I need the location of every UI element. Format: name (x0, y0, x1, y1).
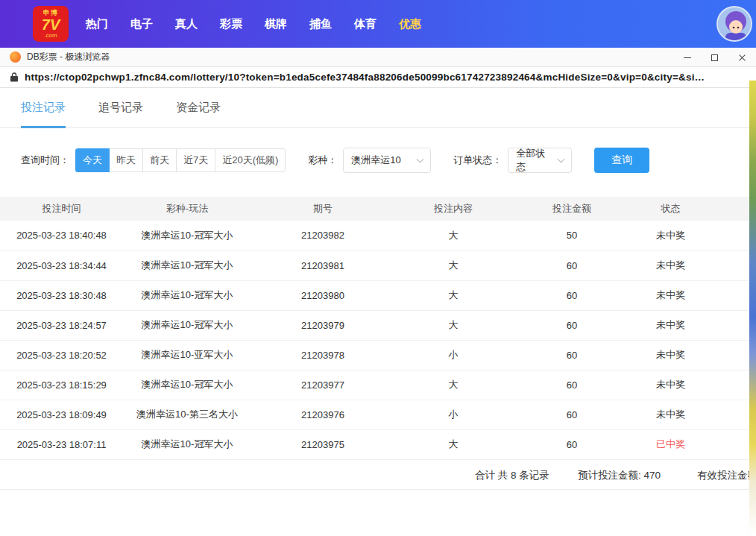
maximize-button[interactable] (701, 48, 728, 67)
cell-game: 澳洲幸运10-冠军大小 (123, 429, 251, 459)
cell-game: 澳洲幸运10-冠军大小 (123, 370, 251, 400)
nav-item-electronic[interactable]: 电子 (119, 17, 164, 31)
table-row: 2025-03-23 18:30:48澳洲幸运10-冠军大小21203980大6… (0, 280, 749, 310)
close-button[interactable] (728, 48, 756, 67)
time-filter-group: 今天昨天前天近7天近20天(低频) (75, 148, 286, 172)
cell-filler (710, 280, 749, 310)
time-filter-yesterday[interactable]: 昨天 (109, 148, 143, 172)
cell-filler (710, 250, 749, 280)
minimize-button[interactable] (673, 48, 701, 67)
time-filter-day-before-yesterday[interactable]: 前天 (142, 148, 177, 172)
search-button[interactable]: 查询 (594, 148, 649, 173)
filter-bar: 查询时间： 今天昨天前天近7天近20天(低频) 彩种： 澳洲幸运10 订单状态：… (21, 148, 756, 173)
cell-content: 大 (394, 221, 512, 250)
table-row: 2025-03-23 18:24:57澳洲幸运10-冠军大小21203979大6… (0, 310, 749, 340)
cell-status: 未中奖 (631, 310, 710, 340)
cell-amount: 60 (512, 280, 631, 310)
cell-amount: 60 (512, 429, 631, 459)
column-header: 期号 (251, 197, 394, 221)
site-top-bar: 申博 7V .com 热门电子真人彩票棋牌捕鱼体育优惠 (0, 0, 756, 48)
cell-issue: 21203976 (251, 400, 394, 429)
time-filter-label: 查询时间： (21, 154, 69, 167)
background-strip (749, 81, 756, 536)
order-status-select[interactable]: 全部状态 (508, 148, 572, 173)
cell-status: 未中奖 (631, 370, 710, 400)
cell-status: 未中奖 (631, 250, 710, 280)
cell-filler (710, 221, 749, 250)
cell-filler (710, 370, 749, 400)
cell-filler (710, 429, 749, 459)
cell-amount: 60 (512, 370, 631, 400)
nav-item-lottery[interactable]: 彩票 (209, 17, 253, 31)
table-row: 2025-03-23 18:34:44澳洲幸运10-冠军大小21203981大6… (0, 250, 749, 280)
time-filter-last-20-days-low-freq[interactable]: 近20天(低频) (215, 148, 286, 172)
logo-brand-sub: .com (44, 33, 57, 39)
summary-bar: 合计 共 8 条记录 预计投注金额: 470 有效投注金额 (0, 460, 749, 490)
nav-item-board-games[interactable]: 棋牌 (253, 17, 298, 31)
cell-issue: 21203981 (251, 250, 394, 280)
logo-brand-top: 申博 (43, 10, 58, 16)
cell-filler (710, 340, 749, 370)
column-header: 投注内容 (394, 197, 512, 221)
close-icon (738, 54, 746, 62)
order-status-value: 全部状态 (516, 147, 552, 174)
cell-game: 澳洲幸运10-亚军大小 (123, 340, 251, 370)
nav-item-sports[interactable]: 体育 (343, 17, 388, 31)
cell-issue: 21203982 (251, 221, 394, 250)
cell-content: 大 (394, 370, 512, 400)
cell-status: 未中奖 (631, 340, 710, 370)
cell-game: 澳洲幸运10-冠军大小 (123, 310, 251, 340)
avatar[interactable] (716, 6, 752, 42)
table-row: 2025-03-23 18:07:11澳洲幸运10-冠军大小21203975大6… (0, 429, 749, 459)
bet-records-table: 投注时间彩种-玩法期号投注内容投注金额状态 2025-03-23 18:40:4… (0, 197, 749, 460)
nav-item-fishing[interactable]: 捕鱼 (298, 17, 343, 31)
cell-filler (710, 400, 749, 429)
tab-chase-records[interactable]: 追号记录 (98, 88, 143, 127)
cell-time: 2025-03-23 18:20:52 (0, 340, 123, 370)
cell-issue: 21203979 (251, 310, 394, 340)
time-filter-today[interactable]: 今天 (75, 148, 110, 172)
time-filter-last-7-days[interactable]: 近7天 (176, 148, 215, 172)
logo-brand-main: 7V (42, 17, 60, 32)
cell-time: 2025-03-23 18:34:44 (0, 250, 123, 280)
address-bar[interactable]: https://ctop02pchwp1.zfnc84.com/lottery/… (0, 67, 756, 88)
expected-amount-text: 预计投注金额: 470 (578, 469, 661, 482)
tab-fund-records[interactable]: 资金记录 (176, 88, 221, 127)
cell-issue: 21203977 (251, 370, 394, 400)
cell-status: 未中奖 (631, 221, 710, 250)
lottery-type-select[interactable]: 澳洲幸运10 (343, 148, 431, 173)
cell-time: 2025-03-23 18:15:29 (0, 370, 123, 400)
cell-content: 大 (394, 250, 512, 280)
table-header-row: 投注时间彩种-玩法期号投注内容投注金额状态 (0, 197, 749, 221)
maximize-icon (711, 54, 718, 61)
nav-item-hot[interactable]: 热门 (75, 17, 119, 31)
cell-content: 小 (394, 340, 512, 370)
cell-game: 澳洲幸运10-冠军大小 (123, 250, 251, 280)
site-logo[interactable]: 申博 7V .com (33, 6, 69, 42)
cell-game: 澳洲幸运10-冠军大小 (123, 280, 251, 310)
nav-item-live[interactable]: 真人 (164, 17, 209, 31)
table-row: 2025-03-23 18:15:29澳洲幸运10-冠军大小21203977大6… (0, 370, 749, 400)
cell-amount: 60 (512, 340, 631, 370)
cell-issue: 21203980 (251, 280, 394, 310)
valid-amount-text: 有效投注金额 (697, 469, 756, 482)
cell-amount: 50 (512, 221, 631, 250)
cell-time: 2025-03-23 18:30:48 (0, 280, 123, 310)
browser-app-icon (10, 51, 21, 63)
cell-content: 大 (394, 280, 512, 310)
lottery-type-label: 彩种： (308, 154, 337, 167)
chevron-down-icon (558, 155, 565, 163)
window-title: DB彩票 - 极速浏览器 (27, 51, 110, 63)
browser-title-bar: DB彩票 - 极速浏览器 (0, 48, 756, 67)
cell-filler (710, 310, 749, 340)
main-nav: 热门电子真人彩票棋牌捕鱼体育优惠 (75, 17, 432, 31)
cell-amount: 60 (512, 400, 631, 429)
cell-issue: 21203978 (251, 340, 394, 370)
table-row: 2025-03-23 18:09:49澳洲幸运10-第三名大小21203976小… (0, 400, 749, 429)
cell-status: 已中奖 (631, 429, 710, 459)
url-text[interactable]: https://ctop02pchwp1.zfnc84.com/lottery/… (25, 72, 746, 83)
tab-bet-records[interactable]: 投注记录 (21, 88, 66, 127)
nav-item-promotions[interactable]: 优惠 (388, 17, 432, 31)
cell-time: 2025-03-23 18:07:11 (0, 429, 123, 459)
order-status-label: 订单状态： (453, 154, 502, 167)
